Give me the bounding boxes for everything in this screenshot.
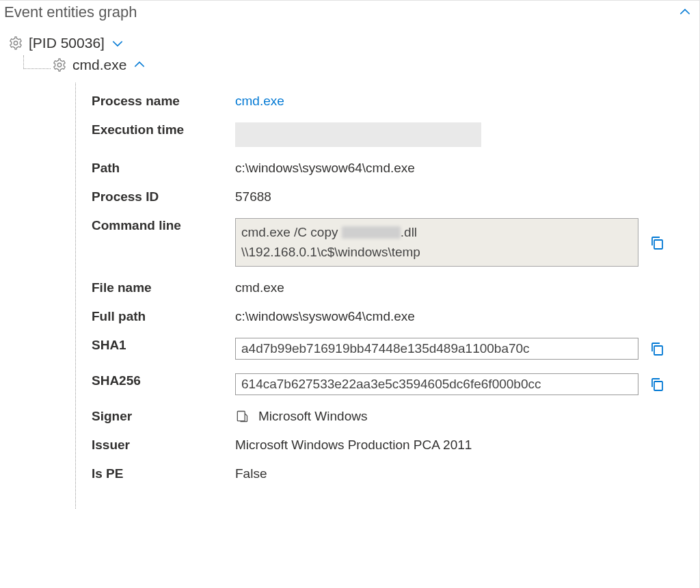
gear-icon [52, 57, 67, 72]
row-signer: Signer Microsoft Windows [92, 402, 699, 431]
svg-rect-5 [237, 412, 245, 421]
value-is-pe: False [235, 466, 267, 481]
svg-rect-2 [654, 240, 662, 249]
tree-connector [23, 55, 51, 69]
row-sha1: SHA1 a4d7b99eb716919bb47448e135d489a1100… [92, 331, 699, 366]
value-issuer: Microsoft Windows Production PCA 2011 [235, 438, 472, 453]
chevron-up-icon[interactable] [132, 57, 147, 72]
gear-icon [8, 36, 23, 51]
value-sha256[interactable]: 614ca7b627533e22aa3e5c3594605dc6fe6f000b… [235, 373, 638, 395]
copy-sha1-button[interactable] [648, 340, 666, 358]
label-file-name: File name [92, 280, 235, 295]
label-sha1: SHA1 [92, 338, 235, 353]
value-command-line[interactable]: cmd.exe /C copy .dll \\192.168.0.1\c$\wi… [235, 218, 638, 267]
svg-point-1 [57, 63, 62, 67]
label-is-pe: Is PE [92, 466, 235, 481]
label-signer: Signer [92, 409, 235, 424]
certificate-icon [235, 410, 249, 423]
label-process-id: Process ID [92, 189, 235, 204]
chevron-down-icon[interactable] [110, 36, 125, 51]
copy-sha256-button[interactable] [648, 375, 666, 393]
entities-tree: [PID 50036] cmd.exe Process name cmd.exe… [0, 24, 699, 488]
value-execution-time-redacted [235, 122, 481, 147]
label-process-name: Process name [92, 94, 235, 109]
row-execution-time: Execution time [92, 116, 699, 154]
row-path: Path c:\windows\syswow64\cmd.exe [92, 154, 699, 183]
copy-command-line-button[interactable] [648, 234, 666, 252]
section-collapse-icon[interactable] [677, 5, 692, 20]
row-process-name: Process name cmd.exe [92, 87, 699, 116]
cmd-suffix1: .dll [401, 225, 417, 239]
value-full-path: c:\windows\syswow64\cmd.exe [235, 309, 415, 324]
tree-vertical-line [75, 83, 76, 509]
cmd-line2: \\192.168.0.1\c$\windows\temp [241, 245, 420, 259]
label-command-line: Command line [92, 218, 235, 233]
svg-rect-4 [654, 382, 662, 390]
label-full-path: Full path [92, 309, 235, 324]
row-full-path: Full path c:\windows\syswow64\cmd.exe [92, 302, 699, 331]
row-command-line: Command line cmd.exe /C copy .dll \\192.… [92, 211, 699, 273]
row-process-id: Process ID 57688 [92, 183, 699, 211]
label-issuer: Issuer [92, 438, 235, 453]
label-sha256: SHA256 [92, 373, 235, 388]
cmd-redacted [342, 226, 401, 239]
tree-root-node[interactable]: [PID 50036] [8, 31, 699, 55]
tree-child-node[interactable]: cmd.exe [23, 55, 699, 77]
value-sha1[interactable]: a4d7b99eb716919bb47448e135d489a1100ba70c [235, 338, 638, 360]
tree-root-label: [PID 50036] [29, 35, 105, 51]
row-file-name: File name cmd.exe [92, 273, 699, 302]
svg-rect-3 [654, 346, 662, 355]
value-process-id: 57688 [235, 189, 271, 204]
label-path: Path [92, 161, 235, 176]
section-header[interactable]: Event entities graph [0, 1, 699, 24]
svg-point-0 [14, 41, 18, 45]
value-path: c:\windows\syswow64\cmd.exe [235, 161, 415, 176]
section-title: Event entities graph [4, 3, 137, 21]
row-sha256: SHA256 614ca7b627533e22aa3e5c3594605dc6f… [92, 366, 699, 402]
row-issuer: Issuer Microsoft Windows Production PCA … [92, 431, 699, 459]
value-process-name[interactable]: cmd.exe [235, 94, 284, 109]
process-details: Process name cmd.exe Execution time Path… [92, 77, 699, 488]
value-file-name: cmd.exe [235, 280, 284, 295]
value-signer: Microsoft Windows [258, 409, 367, 424]
cmd-prefix: cmd.exe /C copy [241, 225, 342, 239]
label-execution-time: Execution time [92, 122, 235, 137]
row-is-pe: Is PE False [92, 459, 699, 488]
tree-child-label: cmd.exe [72, 57, 126, 73]
